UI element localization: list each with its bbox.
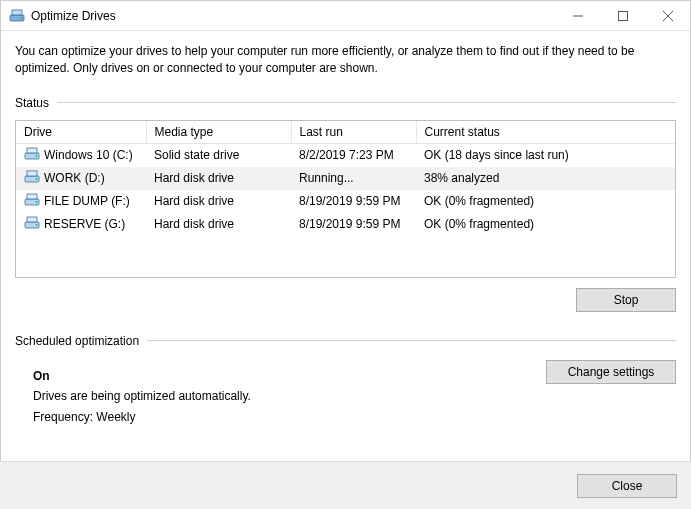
svg-rect-3 xyxy=(618,12,627,21)
svg-rect-14 xyxy=(27,217,37,222)
drive-name: Windows 10 (C:) xyxy=(44,148,133,162)
close-button[interactable]: Close xyxy=(577,474,677,498)
table-row[interactable]: RESERVE (G:)Hard disk drive8/19/2019 9:5… xyxy=(16,213,675,236)
cell-last-run: Running... xyxy=(291,167,416,190)
drive-name: FILE DUMP (F:) xyxy=(44,194,130,208)
cell-status: OK (0% fragmented) xyxy=(416,190,675,213)
svg-rect-11 xyxy=(27,194,37,199)
scheduled-heading: Scheduled optimization xyxy=(15,334,147,348)
cell-media: Hard disk drive xyxy=(146,167,291,190)
cell-last-run: 8/19/2019 9:59 PM xyxy=(291,190,416,213)
description-text: You can optimize your drives to help you… xyxy=(15,43,676,78)
cell-drive: FILE DUMP (F:) xyxy=(16,190,146,213)
svg-rect-1 xyxy=(12,10,22,15)
col-status[interactable]: Current status xyxy=(416,121,675,144)
cell-status: 38% analyzed xyxy=(416,167,675,190)
divider xyxy=(57,102,676,103)
cell-last-run: 8/19/2019 9:59 PM xyxy=(291,213,416,236)
drive-name: RESERVE (G:) xyxy=(44,217,125,231)
stop-button[interactable]: Stop xyxy=(576,288,676,312)
drive-icon xyxy=(24,146,40,165)
drive-icon xyxy=(24,169,40,188)
table-row[interactable]: WORK (D:)Hard disk driveRunning...38% an… xyxy=(16,167,675,190)
cell-media: Hard disk drive xyxy=(146,213,291,236)
svg-rect-5 xyxy=(27,148,37,153)
cell-status: OK (18 days since last run) xyxy=(416,143,675,167)
drive-name: WORK (D:) xyxy=(44,171,105,185)
cell-drive: Windows 10 (C:) xyxy=(16,143,146,167)
svg-rect-8 xyxy=(27,171,37,176)
col-media[interactable]: Media type xyxy=(146,121,291,144)
close-window-button[interactable] xyxy=(645,1,690,31)
svg-point-12 xyxy=(36,201,38,203)
maximize-button[interactable] xyxy=(600,1,645,31)
cell-drive: RESERVE (G:) xyxy=(16,213,146,236)
change-settings-button[interactable]: Change settings xyxy=(546,360,676,384)
scheduled-line-2: Frequency: Weekly xyxy=(33,407,676,427)
divider xyxy=(147,340,676,341)
table-row[interactable]: Windows 10 (C:)Solid state drive8/2/2019… xyxy=(16,143,675,167)
col-drive[interactable]: Drive xyxy=(16,121,146,144)
cell-status: OK (0% fragmented) xyxy=(416,213,675,236)
col-lastrun[interactable]: Last run xyxy=(291,121,416,144)
cell-last-run: 8/2/2019 7:23 PM xyxy=(291,143,416,167)
drives-table: Drive Media type Last run Current status… xyxy=(16,121,675,236)
scheduled-section: Scheduled optimization On Drives are bei… xyxy=(15,334,676,427)
cell-media: Hard disk drive xyxy=(146,190,291,213)
status-section-header: Status xyxy=(15,96,676,110)
drive-icon xyxy=(24,192,40,211)
scheduled-section-header: Scheduled optimization xyxy=(15,334,676,348)
svg-point-2 xyxy=(21,17,23,19)
dialog-footer: Close xyxy=(0,461,691,509)
cell-media: Solid state drive xyxy=(146,143,291,167)
svg-point-9 xyxy=(36,178,38,180)
scheduled-line-1: Drives are being optimized automatically… xyxy=(33,386,676,406)
table-header-row: Drive Media type Last run Current status xyxy=(16,121,675,144)
minimize-button[interactable] xyxy=(555,1,600,31)
window-title: Optimize Drives xyxy=(31,9,116,23)
app-icon xyxy=(9,8,25,24)
titlebar: Optimize Drives xyxy=(1,1,690,31)
status-label: Status xyxy=(15,96,57,110)
svg-point-6 xyxy=(36,155,38,157)
window-buttons xyxy=(555,1,690,31)
drive-icon xyxy=(24,215,40,234)
drives-table-container: Drive Media type Last run Current status… xyxy=(15,120,676,278)
scheduled-body: On Drives are being optimized automatica… xyxy=(15,358,676,427)
table-row[interactable]: FILE DUMP (F:)Hard disk drive8/19/2019 9… xyxy=(16,190,675,213)
table-button-row: Stop xyxy=(15,288,676,312)
client-area: You can optimize your drives to help you… xyxy=(1,31,690,427)
svg-point-15 xyxy=(36,224,38,226)
cell-drive: WORK (D:) xyxy=(16,167,146,190)
